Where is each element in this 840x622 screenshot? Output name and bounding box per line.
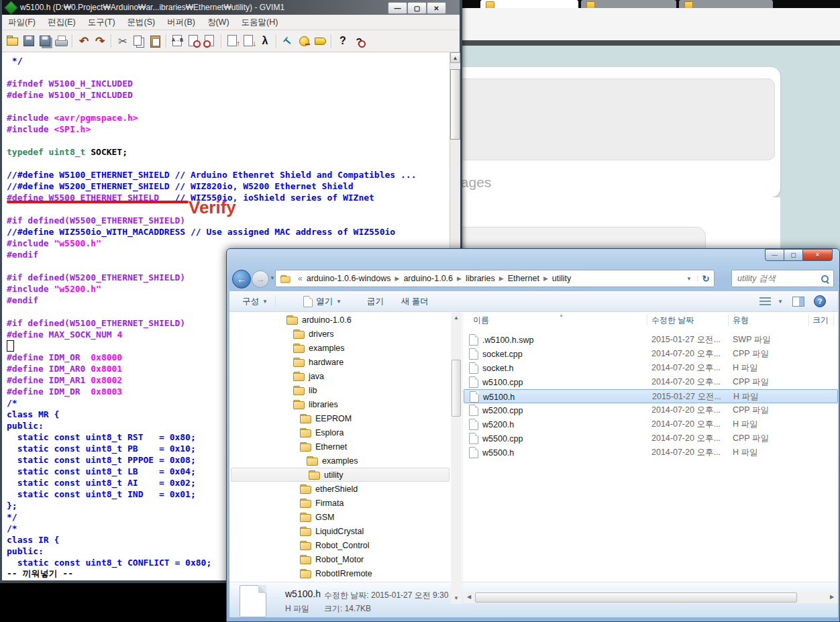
menu-item[interactable]: 문법(S) xyxy=(121,15,162,28)
tree-item-Robot_Motor[interactable]: Robot_Motor xyxy=(229,552,451,566)
help-icon[interactable] xyxy=(335,33,351,49)
file-row-w5100.h[interactable]: w5100.h2015-01-27 오전...H 파일 xyxy=(464,389,838,403)
close-button[interactable]: ✕ xyxy=(802,249,833,261)
save-all-icon[interactable] xyxy=(37,33,53,49)
file-row-socket.cpp[interactable]: socket.cpp2014-07-20 오후...CPP 파일 xyxy=(464,347,838,361)
browser-tab[interactable] xyxy=(581,0,676,8)
scroll-up-arrow[interactable]: ▲ xyxy=(450,52,460,63)
menu-item[interactable]: 창(W) xyxy=(201,15,235,28)
make-icon[interactable] xyxy=(280,33,296,49)
refresh-icon[interactable]: ↻ xyxy=(698,274,714,284)
column-type[interactable]: 유형 xyxy=(733,315,749,326)
open-icon[interactable] xyxy=(5,33,21,49)
breadcrumb-overflow[interactable]: « xyxy=(294,274,307,283)
help-icon[interactable]: ? xyxy=(814,295,826,307)
tree-item-EEPROM[interactable]: EEPROM xyxy=(229,411,451,425)
column-divider[interactable] xyxy=(808,314,809,326)
tree-item-lib[interactable]: lib xyxy=(229,383,451,397)
paste-icon[interactable] xyxy=(147,33,163,49)
file-row-w5200.cpp[interactable]: w5200.cpp2014-07-20 오후...CPP 파일 xyxy=(464,403,838,417)
run-script-icon[interactable] xyxy=(257,33,273,49)
tree-item-hardware[interactable]: hardware xyxy=(229,355,451,369)
new-folder-button[interactable]: 새 폴더 xyxy=(395,294,435,309)
minimize-button[interactable]: — xyxy=(388,2,407,14)
menu-item[interactable]: 파일(F) xyxy=(2,15,42,28)
build-tags-icon[interactable] xyxy=(296,33,312,49)
gvim-title-bar[interactable]: w5100.h (D:₩0.Project₩Arduino₩ar...ibrar… xyxy=(2,0,460,15)
help-find-icon[interactable] xyxy=(351,33,367,49)
file-row-socket.h[interactable]: socket.h2014-07-20 오후...H 파일 xyxy=(464,361,838,375)
history-dropdown-icon[interactable]: ▼ xyxy=(270,275,275,281)
column-size[interactable]: 크기 xyxy=(812,315,829,326)
save-icon[interactable] xyxy=(21,33,37,49)
tree-item-Esplora[interactable]: Esplora xyxy=(229,425,451,439)
browser-tab[interactable] xyxy=(480,0,578,8)
organize-menu[interactable]: 구성 ▼ xyxy=(236,294,274,309)
breadcrumb-item[interactable]: Ethernet xyxy=(508,274,539,283)
file-row-w5500.h[interactable]: w5500.h2014-07-20 오후...H 파일 xyxy=(464,446,838,460)
file-row-.w5100.h.swp[interactable]: .w5100.h.swp2015-01-27 오전...SWP 파일 xyxy=(464,333,838,347)
scroll-down-arrow[interactable]: ▼ xyxy=(451,593,462,604)
menu-item[interactable]: 도구(T) xyxy=(82,15,121,28)
breadcrumb-arrow-icon[interactable]: ▶ xyxy=(390,275,403,282)
file-row-w5500.cpp[interactable]: w5500.cpp2014-07-20 오후...CPP 파일 xyxy=(464,431,838,446)
search-input[interactable] xyxy=(736,273,821,284)
maximize-button[interactable]: ▢ xyxy=(407,2,427,14)
address-bar[interactable]: «arduino-1.0.6-windows▶arduino-1.0.6▶lib… xyxy=(275,270,715,287)
scrollbar-thumb[interactable] xyxy=(450,69,460,140)
tree-item-GSM[interactable]: GSM xyxy=(229,510,451,524)
tree-item-java[interactable]: java xyxy=(229,369,451,383)
breadcrumb[interactable]: «arduino-1.0.6-windows▶arduino-1.0.6▶lib… xyxy=(294,274,571,283)
tree-item-arduino-1.0.6[interactable]: arduino-1.0.6 xyxy=(229,313,451,327)
menu-item[interactable]: 버퍼(B) xyxy=(161,15,201,28)
scroll-right-arrow[interactable]: ▶ xyxy=(827,592,837,603)
copy-icon[interactable] xyxy=(131,33,147,49)
tree-item-Firmata[interactable]: Firmata xyxy=(229,496,451,510)
minimize-button[interactable]: — xyxy=(765,249,784,261)
breadcrumb-item[interactable]: libraries xyxy=(466,274,495,283)
menu-item[interactable]: 편집(E) xyxy=(42,15,82,28)
file-row-w5100.cpp[interactable]: w5100.cpp2014-07-20 오후...CPP 파일 xyxy=(464,375,838,389)
address-dropdown-icon[interactable]: ▼ xyxy=(681,276,698,282)
file-row-w5200.h[interactable]: w5200.h2014-07-20 오후...H 파일 xyxy=(464,417,838,431)
breadcrumb-item[interactable]: arduino-1.0.6 xyxy=(403,274,453,283)
find-replace-icon[interactable] xyxy=(170,33,186,49)
scrollbar-thumb[interactable] xyxy=(475,592,797,603)
forward-button[interactable]: → xyxy=(252,270,269,288)
search-box[interactable] xyxy=(731,270,834,287)
tree-item-Robot_Control[interactable]: Robot_Control xyxy=(229,538,451,552)
column-name[interactable]: 이름 xyxy=(473,315,489,326)
tree-item-Ethernet[interactable]: Ethernet xyxy=(229,439,451,454)
column-divider[interactable] xyxy=(833,314,834,326)
breadcrumb-arrow-icon[interactable]: ▶ xyxy=(539,275,552,282)
find-next-icon[interactable] xyxy=(186,33,202,49)
tree-item-libraries[interactable]: libraries xyxy=(229,397,451,411)
scroll-up-arrow[interactable]: ▲ xyxy=(451,313,462,323)
find-prev-icon[interactable] xyxy=(202,33,218,49)
menu-item[interactable]: 도움말(H) xyxy=(235,15,284,28)
breadcrumb-arrow-icon[interactable]: ▶ xyxy=(453,275,466,282)
jump-tag-icon[interactable] xyxy=(312,33,328,49)
views-button[interactable]: ▼ xyxy=(759,297,783,306)
back-button[interactable]: ← xyxy=(232,270,251,289)
undo-icon[interactable] xyxy=(76,33,92,49)
maximize-button[interactable]: ▢ xyxy=(784,249,802,261)
breadcrumb-arrow-icon[interactable]: ▶ xyxy=(495,275,508,282)
open-menu[interactable]: 열기 ▼ xyxy=(297,294,348,309)
session-save-icon[interactable] xyxy=(241,33,257,49)
cut-icon[interactable] xyxy=(115,33,131,49)
burn-button[interactable]: 굽기 xyxy=(361,294,390,309)
horizontal-scrollbar[interactable]: ◀ ▶ xyxy=(464,592,838,603)
browser-tab[interactable] xyxy=(679,0,773,8)
close-button[interactable]: ✕ xyxy=(427,2,446,14)
tree-item-LiquidCrystal[interactable]: LiquidCrystal xyxy=(229,524,451,538)
tree-scrollbar[interactable]: ▲ ▼ xyxy=(451,313,462,604)
scrollbar-thumb[interactable] xyxy=(452,360,461,417)
column-divider[interactable] xyxy=(728,314,729,326)
breadcrumb-item[interactable]: arduino-1.0.6-windows xyxy=(307,274,391,283)
preview-pane-icon[interactable] xyxy=(792,297,804,307)
column-divider[interactable] xyxy=(647,314,647,326)
search-icon[interactable] xyxy=(821,274,829,283)
tree-item-etherShield[interactable]: etherShield xyxy=(229,482,451,496)
tree-item-RobotIRremote[interactable]: RobotIRremote xyxy=(229,566,451,580)
